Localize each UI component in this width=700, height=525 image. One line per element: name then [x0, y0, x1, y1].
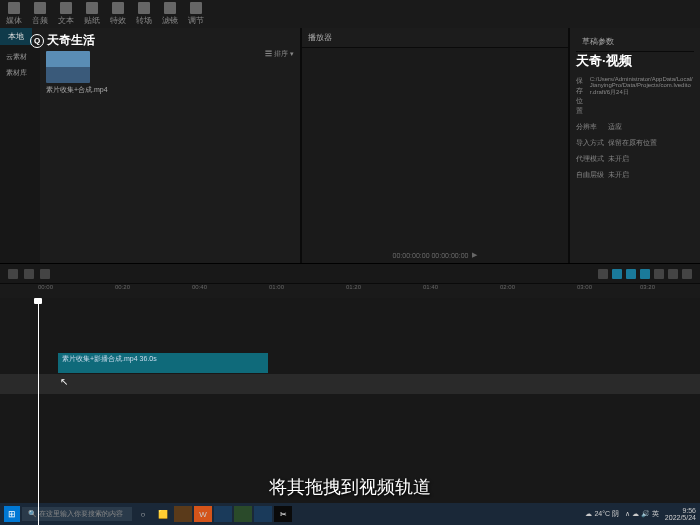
- properties-title: 草稿参数: [576, 32, 694, 52]
- taskbar-app6[interactable]: [254, 506, 272, 522]
- menu-filter[interactable]: 滤镜: [162, 2, 178, 26]
- zoom-out-icon[interactable]: [654, 269, 664, 279]
- preview-time: 00:00:00:00 00:00:00:00: [393, 252, 469, 259]
- sidebar-cloud[interactable]: 云素材: [2, 49, 38, 65]
- menu-transition[interactable]: 转场: [136, 2, 152, 26]
- media-panel: 本地 云素材 素材库 ☰ 排序 ▾ 素片收集+合成.mp4: [0, 28, 300, 263]
- video-track[interactable]: [0, 374, 700, 394]
- tool-c[interactable]: [640, 269, 650, 279]
- tool-mic[interactable]: [598, 269, 608, 279]
- thumbnail-label: 素片收集+合成.mp4: [46, 85, 294, 95]
- playhead[interactable]: [38, 298, 39, 525]
- watermark: Q 天奇生活: [30, 32, 95, 49]
- taskbar-cortana[interactable]: ○: [134, 506, 152, 522]
- taskbar-app2[interactable]: [174, 506, 192, 522]
- preview-panel: 播放器 00:00:00:00 00:00:00:00 ▶: [302, 28, 568, 263]
- taskbar: ⊞ 🔍 在这里输入你要搜索的内容 ○ 🟨 W ✂ ☁ 24°C 阴 ∧ ☁ 🔊 …: [0, 503, 700, 525]
- preview-controls: 00:00:00:00 00:00:00:00 ▶: [393, 251, 478, 259]
- taskbar-jianying[interactable]: ✂: [274, 506, 292, 522]
- menu-effects[interactable]: 特效: [110, 2, 126, 26]
- taskbar-app3[interactable]: W: [194, 506, 212, 522]
- top-menu: 媒体 音频 文本 贴纸 特效 转场 滤镜 调节: [0, 0, 700, 28]
- zoom-fit-icon[interactable]: [682, 269, 692, 279]
- tool-cut[interactable]: [24, 269, 34, 279]
- taskbar-app1[interactable]: 🟨: [154, 506, 172, 522]
- preview-title: 播放器: [302, 28, 568, 48]
- sort-button[interactable]: ☰ 排序 ▾: [265, 49, 294, 59]
- clock-time[interactable]: 9:56: [665, 507, 696, 514]
- menu-text[interactable]: 文本: [58, 2, 74, 26]
- zoom-in-icon[interactable]: [668, 269, 678, 279]
- subtitle-text: 将其拖拽到视频轨道: [269, 475, 431, 499]
- timeline-ruler[interactable]: 00:00 00:20 00:40 01:00 01:20 01:40 02:0…: [0, 284, 700, 298]
- dragging-clip[interactable]: 素片收集+影播合成.mp4 36.0s: [58, 353, 268, 373]
- menu-sticker[interactable]: 贴纸: [84, 2, 100, 26]
- tool-b[interactable]: [626, 269, 636, 279]
- menu-audio[interactable]: 音频: [32, 2, 48, 26]
- play-icon[interactable]: ▶: [472, 251, 477, 259]
- menu-adjust[interactable]: 调节: [188, 2, 204, 26]
- brand-title: 天奇·视频: [576, 52, 694, 70]
- sidebar-library[interactable]: 素材库: [2, 65, 38, 81]
- properties-panel: 草稿参数 天奇·视频 保存位置C:/Users/Administrator/Ap…: [570, 28, 700, 263]
- watermark-icon: Q: [30, 34, 44, 48]
- taskbar-app5[interactable]: [234, 506, 252, 522]
- tool-a[interactable]: [612, 269, 622, 279]
- menu-media[interactable]: 媒体: [6, 2, 22, 26]
- tool-undo[interactable]: [40, 269, 50, 279]
- taskbar-app4[interactable]: [214, 506, 232, 522]
- tray-icons[interactable]: ∧ ☁ 🔊 英: [625, 509, 659, 519]
- clock-date[interactable]: 2022/5/24: [665, 514, 696, 521]
- tab-local[interactable]: 本地: [0, 28, 32, 45]
- tool-select[interactable]: [8, 269, 18, 279]
- weather[interactable]: ☁ 24°C 阴: [585, 509, 619, 519]
- media-thumbnail[interactable]: [46, 51, 90, 83]
- start-button[interactable]: ⊞: [4, 506, 20, 522]
- media-sidebar: 云素材 素材库: [0, 45, 40, 263]
